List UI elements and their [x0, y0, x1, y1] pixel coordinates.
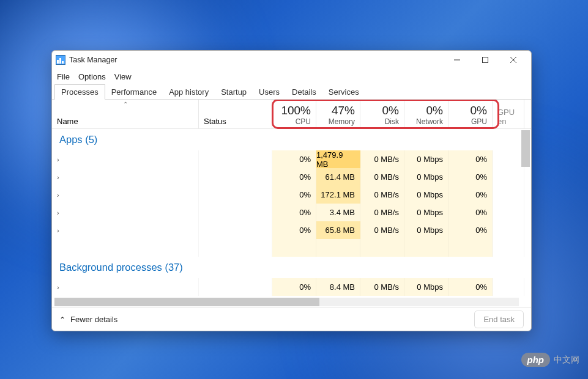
chevron-right-icon[interactable]: ›	[57, 227, 59, 234]
tab-startup[interactable]: Startup	[215, 85, 253, 99]
net-lbl: Network	[416, 117, 443, 126]
tabbar: Processes Performance App history Startu…	[52, 84, 531, 100]
cell-name: ›	[52, 168, 199, 186]
cell-name: ›	[52, 186, 199, 204]
disk-lbl: Disk	[385, 117, 399, 126]
chevron-right-icon[interactable]: ›	[57, 156, 59, 163]
chevron-right-icon[interactable]: ›	[57, 191, 59, 199]
gpu-lbl: GPU	[471, 117, 487, 126]
process-grid: ⌃ Name Status 100% CPU 47% Memory 0% Dis…	[52, 100, 531, 307]
menu-view[interactable]: View	[114, 72, 132, 81]
col-disk[interactable]: 0% Disk	[360, 100, 404, 128]
col-status[interactable]: Status	[199, 100, 272, 128]
cell-status	[199, 221, 272, 239]
tab-details[interactable]: Details	[286, 85, 322, 99]
table-row[interactable]: ›0%172.1 MB0 MB/s0 Mbps0%	[52, 186, 531, 204]
cell-network: 0 Mbps	[404, 204, 448, 221]
table-row[interactable]: ›0%61.4 MB0 MB/s0 Mbps0%	[52, 168, 531, 186]
cell-cpu: 0%	[272, 204, 316, 221]
gpu-pct: 0%	[471, 104, 487, 117]
fewer-details-toggle[interactable]: ⌃ Fewer details	[59, 315, 117, 324]
cell-gpu: 0%	[448, 168, 493, 186]
table-row[interactable]: ›0%1,479.9 MB0 MB/s0 Mbps0%	[52, 150, 531, 168]
column-headers: ⌃ Name Status 100% CPU 47% Memory 0% Dis…	[52, 100, 531, 129]
cell-memory: 172.1 MB	[316, 186, 360, 204]
chevron-right-icon[interactable]: ›	[57, 209, 59, 216]
close-button[interactable]	[499, 51, 527, 69]
cell-cpu: 0%	[272, 168, 316, 186]
tab-processes[interactable]: Processes	[54, 84, 105, 100]
horizontal-scrollbar-track[interactable]	[54, 298, 519, 306]
cell-name: ›	[52, 204, 199, 221]
end-task-button[interactable]: End task	[474, 311, 524, 328]
watermark-text: 中文网	[554, 355, 579, 366]
col-name-label: Name	[57, 117, 193, 126]
cpu-pct: 100%	[281, 104, 311, 117]
cell-name: ›	[52, 221, 199, 239]
rows-host: Apps (5)›0%1,479.9 MB0 MB/s0 Mbps0%›0%61…	[52, 129, 531, 296]
tab-services[interactable]: Services	[322, 85, 365, 99]
window-title: Task Manager	[69, 56, 117, 64]
cell-memory: 1,479.9 MB	[316, 150, 360, 168]
minimize-button[interactable]	[443, 51, 471, 69]
cell-disk: 0 MB/s	[360, 221, 404, 239]
cell-gpu: 0%	[448, 186, 493, 204]
cell-network: 0 Mbps	[404, 186, 448, 204]
close-icon	[510, 57, 516, 63]
cell-network: 0 Mbps	[404, 168, 448, 186]
cell-status	[199, 278, 272, 296]
sort-indicator-icon: ⌃	[123, 101, 128, 108]
tab-app-history[interactable]: App history	[163, 85, 215, 99]
cell-name: ›	[52, 150, 199, 168]
col-gpu[interactable]: 0% GPU	[448, 100, 493, 128]
maximize-button[interactable]	[471, 51, 499, 69]
gap-row	[52, 239, 531, 257]
cell-gpu: 0%	[448, 204, 493, 221]
minimize-icon	[454, 57, 460, 63]
net-pct: 0%	[426, 104, 443, 117]
cell-gpu: 0%	[448, 278, 493, 296]
task-manager-icon	[56, 55, 65, 65]
chevron-right-icon[interactable]: ›	[57, 174, 59, 181]
menu-file[interactable]: File	[57, 72, 70, 81]
vertical-scrollbar[interactable]	[521, 130, 530, 167]
cell-memory: 61.4 MB	[316, 168, 360, 186]
mem-pct: 47%	[332, 104, 355, 117]
group-header[interactable]: Apps (5)	[52, 129, 531, 150]
svg-rect-1	[483, 57, 488, 63]
cell-name: ›	[52, 278, 199, 296]
fewer-details-label: Fewer details	[70, 315, 117, 324]
table-row[interactable]: ›0%8.4 MB0 MB/s0 Mbps0%	[52, 278, 531, 296]
cell-network: 0 Mbps	[404, 278, 448, 296]
cell-cpu: 0%	[272, 186, 316, 204]
cell-extra	[493, 204, 524, 221]
horizontal-scrollbar-thumb[interactable]	[54, 298, 319, 306]
php-badge: php	[521, 353, 551, 367]
disk-pct: 0%	[382, 104, 399, 117]
tab-performance[interactable]: Performance	[105, 85, 163, 99]
chevron-up-icon: ⌃	[59, 315, 65, 324]
col-memory[interactable]: 47% Memory	[316, 100, 360, 128]
col-gpu-engine[interactable]: GPU en	[493, 100, 524, 128]
table-row[interactable]: ›0%65.8 MB0 MB/s0 Mbps0%	[52, 221, 531, 239]
titlebar[interactable]: Task Manager	[52, 51, 531, 69]
col-extra-label: GPU en	[497, 108, 519, 126]
col-cpu[interactable]: 100% CPU	[272, 100, 316, 128]
cell-gpu: 0%	[448, 221, 493, 239]
menubar: File Options View	[52, 69, 531, 84]
col-network[interactable]: 0% Network	[404, 100, 448, 128]
cell-gpu: 0%	[448, 150, 493, 168]
chevron-right-icon[interactable]: ›	[57, 284, 59, 291]
tab-users[interactable]: Users	[253, 85, 286, 99]
cell-disk: 0 MB/s	[360, 186, 404, 204]
cell-extra	[493, 186, 524, 204]
mem-lbl: Memory	[329, 117, 355, 126]
cell-cpu: 0%	[272, 150, 316, 168]
cell-extra	[493, 168, 524, 186]
menu-options[interactable]: Options	[78, 72, 106, 81]
cell-status	[199, 150, 272, 168]
group-header[interactable]: Background processes (37)	[52, 257, 531, 278]
content-area: ⌃ Name Status 100% CPU 47% Memory 0% Dis…	[52, 100, 531, 307]
col-name[interactable]: ⌃ Name	[52, 100, 199, 128]
table-row[interactable]: ›0%3.4 MB0 MB/s0 Mbps0%	[52, 204, 531, 221]
